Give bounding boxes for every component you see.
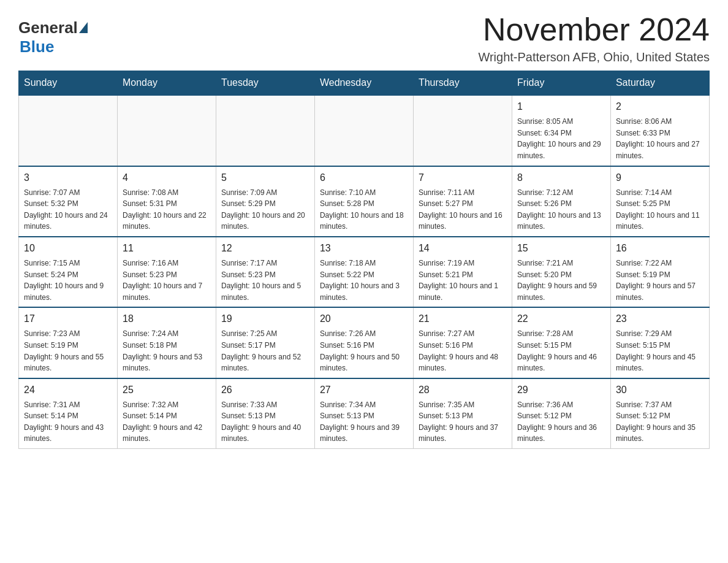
calendar-week-2: 3Sunrise: 7:07 AMSunset: 5:32 PMDaylight… — [19, 166, 710, 237]
calendar-cell: 30Sunrise: 7:37 AMSunset: 5:12 PMDayligh… — [610, 378, 709, 449]
calendar-cell — [413, 95, 512, 166]
calendar-cell: 12Sunrise: 7:17 AMSunset: 5:23 PMDayligh… — [216, 237, 314, 307]
day-number: 12 — [221, 241, 309, 256]
day-number: 10 — [24, 241, 112, 256]
day-info: Sunrise: 7:19 AMSunset: 5:21 PMDaylight:… — [419, 258, 507, 303]
logo-blue-text: Blue — [20, 37, 54, 56]
day-number: 18 — [123, 312, 211, 326]
calendar-cell: 19Sunrise: 7:25 AMSunset: 5:17 PMDayligh… — [216, 307, 314, 378]
day-number: 20 — [320, 312, 408, 326]
calendar-cell: 5Sunrise: 7:09 AMSunset: 5:29 PMDaylight… — [216, 166, 314, 237]
day-number: 16 — [616, 241, 704, 256]
calendar-cell: 22Sunrise: 7:28 AMSunset: 5:15 PMDayligh… — [512, 307, 610, 378]
day-number: 19 — [221, 312, 309, 326]
day-number: 7 — [419, 170, 507, 185]
calendar-cell: 27Sunrise: 7:34 AMSunset: 5:13 PMDayligh… — [314, 378, 413, 449]
day-info: Sunrise: 8:05 AMSunset: 6:34 PMDaylight:… — [517, 116, 605, 161]
calendar-cell — [19, 95, 118, 166]
calendar-cell: 25Sunrise: 7:32 AMSunset: 5:14 PMDayligh… — [117, 378, 216, 449]
day-info: Sunrise: 7:11 AMSunset: 5:27 PMDaylight:… — [419, 187, 507, 232]
page-title: November 2024 — [478, 12, 710, 47]
page-header: General Blue November 2024 Wright-Patter… — [18, 12, 710, 64]
day-number: 3 — [24, 170, 112, 185]
day-info: Sunrise: 7:28 AMSunset: 5:15 PMDaylight:… — [517, 328, 605, 373]
page-subtitle: Wright-Patterson AFB, Ohio, United State… — [478, 50, 710, 64]
calendar-week-5: 24Sunrise: 7:31 AMSunset: 5:14 PMDayligh… — [19, 378, 710, 449]
day-header-thursday: Thursday — [413, 71, 512, 96]
day-number: 11 — [123, 241, 211, 256]
title-section: November 2024 Wright-Patterson AFB, Ohio… — [478, 12, 710, 64]
day-number: 22 — [517, 312, 605, 326]
calendar-cell: 4Sunrise: 7:08 AMSunset: 5:31 PMDaylight… — [117, 166, 216, 237]
day-number: 5 — [221, 170, 309, 185]
day-info: Sunrise: 7:21 AMSunset: 5:20 PMDaylight:… — [517, 258, 605, 303]
day-number: 21 — [419, 312, 507, 326]
logo-triangle-icon — [79, 22, 88, 33]
calendar-week-4: 17Sunrise: 7:23 AMSunset: 5:19 PMDayligh… — [19, 307, 710, 378]
day-number: 23 — [616, 312, 704, 326]
calendar-cell: 1Sunrise: 8:05 AMSunset: 6:34 PMDaylight… — [512, 95, 610, 166]
calendar-cell: 21Sunrise: 7:27 AMSunset: 5:16 PMDayligh… — [413, 307, 512, 378]
calendar-cell: 26Sunrise: 7:33 AMSunset: 5:13 PMDayligh… — [216, 378, 314, 449]
day-info: Sunrise: 7:33 AMSunset: 5:13 PMDaylight:… — [221, 399, 309, 445]
day-number: 28 — [419, 383, 507, 397]
calendar-cell: 9Sunrise: 7:14 AMSunset: 5:25 PMDaylight… — [610, 166, 709, 237]
calendar-cell: 17Sunrise: 7:23 AMSunset: 5:19 PMDayligh… — [19, 307, 118, 378]
day-info: Sunrise: 7:24 AMSunset: 5:18 PMDaylight:… — [123, 328, 211, 373]
day-header-saturday: Saturday — [610, 71, 709, 96]
calendar-cell: 16Sunrise: 7:22 AMSunset: 5:19 PMDayligh… — [610, 237, 709, 307]
day-info: Sunrise: 7:25 AMSunset: 5:17 PMDaylight:… — [221, 328, 309, 373]
calendar-cell: 28Sunrise: 7:35 AMSunset: 5:13 PMDayligh… — [413, 378, 512, 449]
day-number: 24 — [24, 383, 112, 397]
calendar-cell: 18Sunrise: 7:24 AMSunset: 5:18 PMDayligh… — [117, 307, 216, 378]
day-header-wednesday: Wednesday — [314, 71, 413, 96]
calendar-cell: 7Sunrise: 7:11 AMSunset: 5:27 PMDaylight… — [413, 166, 512, 237]
calendar-cell: 15Sunrise: 7:21 AMSunset: 5:20 PMDayligh… — [512, 237, 610, 307]
calendar-cell: 24Sunrise: 7:31 AMSunset: 5:14 PMDayligh… — [19, 378, 118, 449]
day-header-tuesday: Tuesday — [216, 71, 314, 96]
day-number: 17 — [24, 312, 112, 326]
calendar-cell: 23Sunrise: 7:29 AMSunset: 5:15 PMDayligh… — [610, 307, 709, 378]
logo-general-text: General — [18, 18, 78, 37]
day-number: 29 — [517, 383, 605, 397]
day-info: Sunrise: 7:29 AMSunset: 5:15 PMDaylight:… — [616, 328, 704, 373]
calendar-cell: 13Sunrise: 7:18 AMSunset: 5:22 PMDayligh… — [314, 237, 413, 307]
calendar-cell — [117, 95, 216, 166]
day-number: 4 — [123, 170, 211, 185]
day-number: 27 — [320, 383, 408, 397]
days-of-week-row: SundayMondayTuesdayWednesdayThursdayFrid… — [19, 71, 710, 96]
day-info: Sunrise: 7:31 AMSunset: 5:14 PMDaylight:… — [24, 399, 112, 445]
calendar-cell: 3Sunrise: 7:07 AMSunset: 5:32 PMDaylight… — [19, 166, 118, 237]
day-info: Sunrise: 7:15 AMSunset: 5:24 PMDaylight:… — [24, 258, 112, 303]
day-info: Sunrise: 7:10 AMSunset: 5:28 PMDaylight:… — [320, 187, 408, 232]
day-number: 2 — [616, 99, 704, 114]
calendar-cell: 29Sunrise: 7:36 AMSunset: 5:12 PMDayligh… — [512, 378, 610, 449]
calendar-week-1: 1Sunrise: 8:05 AMSunset: 6:34 PMDaylight… — [19, 95, 710, 166]
day-number: 8 — [517, 170, 605, 185]
day-info: Sunrise: 7:17 AMSunset: 5:23 PMDaylight:… — [221, 258, 309, 303]
day-info: Sunrise: 7:07 AMSunset: 5:32 PMDaylight:… — [24, 187, 112, 232]
calendar-cell: 14Sunrise: 7:19 AMSunset: 5:21 PMDayligh… — [413, 237, 512, 307]
day-number: 9 — [616, 170, 704, 185]
day-number: 25 — [123, 383, 211, 397]
day-info: Sunrise: 7:32 AMSunset: 5:14 PMDaylight:… — [123, 399, 211, 445]
day-info: Sunrise: 8:06 AMSunset: 6:33 PMDaylight:… — [616, 116, 704, 161]
day-header-sunday: Sunday — [19, 71, 118, 96]
day-info: Sunrise: 7:34 AMSunset: 5:13 PMDaylight:… — [320, 399, 408, 445]
calendar-header: SundayMondayTuesdayWednesdayThursdayFrid… — [19, 71, 710, 96]
day-number: 26 — [221, 383, 309, 397]
calendar-cell: 6Sunrise: 7:10 AMSunset: 5:28 PMDaylight… — [314, 166, 413, 237]
day-info: Sunrise: 7:26 AMSunset: 5:16 PMDaylight:… — [320, 328, 408, 373]
logo-general: General — [18, 18, 88, 37]
calendar-cell: 11Sunrise: 7:16 AMSunset: 5:23 PMDayligh… — [117, 237, 216, 307]
calendar-body: 1Sunrise: 8:05 AMSunset: 6:34 PMDaylight… — [19, 95, 710, 448]
logo: General Blue — [18, 12, 88, 56]
day-info: Sunrise: 7:35 AMSunset: 5:13 PMDaylight:… — [419, 399, 507, 445]
calendar-cell: 2Sunrise: 8:06 AMSunset: 6:33 PMDaylight… — [610, 95, 709, 166]
calendar-cell: 8Sunrise: 7:12 AMSunset: 5:26 PMDaylight… — [512, 166, 610, 237]
day-info: Sunrise: 7:23 AMSunset: 5:19 PMDaylight:… — [24, 328, 112, 373]
calendar-cell: 10Sunrise: 7:15 AMSunset: 5:24 PMDayligh… — [19, 237, 118, 307]
calendar-cell — [216, 95, 314, 166]
calendar-week-3: 10Sunrise: 7:15 AMSunset: 5:24 PMDayligh… — [19, 237, 710, 307]
day-number: 13 — [320, 241, 408, 256]
